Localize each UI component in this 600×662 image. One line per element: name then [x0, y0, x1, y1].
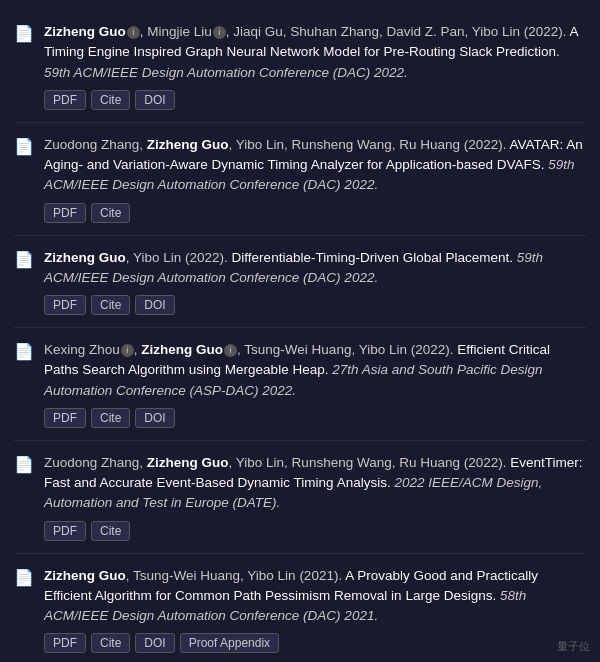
pub-buttons: PDFCiteDOI	[44, 90, 586, 110]
document-icon: 📄	[14, 250, 34, 269]
publication-item: 📄Zuodong Zhang, Zizheng Guo, Yibo Lin, R…	[14, 123, 586, 236]
pub-buttons: PDFCite	[44, 521, 586, 541]
pub-buttons: PDFCiteDOI	[44, 295, 586, 315]
pub-button-cite[interactable]: Cite	[91, 203, 130, 223]
pub-button-doi[interactable]: DOI	[135, 408, 174, 428]
pub-text: Zuodong Zhang, Zizheng Guo, Yibo Lin, Ru…	[44, 453, 586, 514]
publication-item: 📄Zizheng Guo, Tsung-Wei Huang, Yibo Lin …	[14, 554, 586, 663]
pub-button-pdf[interactable]: PDF	[44, 295, 86, 315]
document-icon: 📄	[14, 455, 34, 474]
pub-content: Zuodong Zhang, Zizheng Guo, Yibo Lin, Ru…	[44, 135, 586, 223]
document-icon: 📄	[14, 568, 34, 587]
pub-button-doi[interactable]: DOI	[135, 633, 174, 653]
pub-content: Zizheng Guoi, Mingjie Liui, Jiaqi Gu, Sh…	[44, 22, 586, 110]
pub-buttons: PDFCiteDOIProof Appendix	[44, 633, 586, 653]
document-icon: 📄	[14, 137, 34, 156]
pub-button-pdf[interactable]: PDF	[44, 203, 86, 223]
pub-buttons: PDFCite	[44, 203, 586, 223]
document-icon: 📄	[14, 342, 34, 361]
watermark: 量子位	[557, 639, 590, 654]
pub-text: Zuodong Zhang, Zizheng Guo, Yibo Lin, Ru…	[44, 135, 586, 196]
pub-buttons: PDFCiteDOI	[44, 408, 586, 428]
pub-content: Kexing Zhoui, Zizheng Guoi, Tsung-Wei Hu…	[44, 340, 586, 428]
pub-text: Kexing Zhoui, Zizheng Guoi, Tsung-Wei Hu…	[44, 340, 586, 401]
pub-button-pdf[interactable]: PDF	[44, 633, 86, 653]
pub-button-cite[interactable]: Cite	[91, 521, 130, 541]
document-icon: 📄	[14, 24, 34, 43]
pub-button-cite[interactable]: Cite	[91, 90, 130, 110]
pub-button-pdf[interactable]: PDF	[44, 521, 86, 541]
pub-button-doi[interactable]: DOI	[135, 295, 174, 315]
publication-item: 📄Kexing Zhoui, Zizheng Guoi, Tsung-Wei H…	[14, 328, 586, 441]
pub-button-doi[interactable]: DOI	[135, 90, 174, 110]
pub-content: Zizheng Guo, Yibo Lin (2022). Differenti…	[44, 248, 586, 316]
pub-text: Zizheng Guoi, Mingjie Liui, Jiaqi Gu, Sh…	[44, 22, 586, 83]
publication-item: 📄Zizheng Guoi, Mingjie Liui, Jiaqi Gu, S…	[14, 10, 586, 123]
pub-button-proof-appendix[interactable]: Proof Appendix	[180, 633, 279, 653]
pub-content: Zizheng Guo, Tsung-Wei Huang, Yibo Lin (…	[44, 566, 586, 654]
pub-button-cite[interactable]: Cite	[91, 408, 130, 428]
publication-item: 📄Zizheng Guo, Yibo Lin (2022). Different…	[14, 236, 586, 329]
pub-text: Zizheng Guo, Yibo Lin (2022). Differenti…	[44, 248, 586, 289]
pub-button-cite[interactable]: Cite	[91, 295, 130, 315]
pub-button-cite[interactable]: Cite	[91, 633, 130, 653]
pub-button-pdf[interactable]: PDF	[44, 408, 86, 428]
pub-content: Zuodong Zhang, Zizheng Guo, Yibo Lin, Ru…	[44, 453, 586, 541]
pub-button-pdf[interactable]: PDF	[44, 90, 86, 110]
pub-text: Zizheng Guo, Tsung-Wei Huang, Yibo Lin (…	[44, 566, 586, 627]
publication-item: 📄Zuodong Zhang, Zizheng Guo, Yibo Lin, R…	[14, 441, 586, 554]
